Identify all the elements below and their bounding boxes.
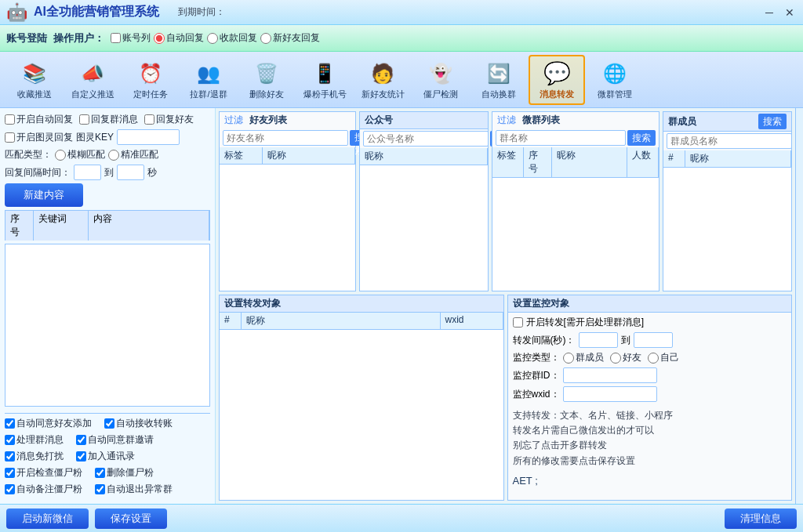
forward-target-panel: 设置转发对象 # 昵称 wxid — [219, 295, 504, 501]
group-manage-button[interactable]: 👥 拉群/退群 — [180, 55, 237, 105]
clear-info-button[interactable]: 清理信息 — [725, 508, 797, 529]
collect-push-button[interactable]: 📚 收藏推送 — [6, 55, 63, 105]
zombie-detect-button[interactable]: 👻 僵尸检测 — [412, 55, 469, 105]
main-content: 开启自动回复 回复群消息 回复好友 开启图灵回复 图灵KEY 匹配类型： — [0, 108, 803, 504]
check-zombie-checkbox[interactable] — [5, 468, 15, 478]
forward-interval-from-input[interactable] — [579, 332, 618, 348]
handle-group-msg-checkbox[interactable] — [5, 435, 15, 445]
microgroup-search-input[interactable] — [496, 130, 626, 146]
group-manage-label: 拉群/退群 — [190, 89, 227, 100]
friend-filter-link[interactable]: 过滤 — [224, 114, 243, 127]
close-button[interactable]: ✕ — [783, 5, 797, 20]
toolbar: 📚 收藏推送 📣 自定义推送 ⏰ 定时任务 👥 拉群/退群 🗑️ 删除好友 📱 … — [0, 52, 803, 108]
ft-wxid-header: wxid — [441, 313, 503, 329]
microgroup-filter-link[interactable]: 过滤 — [497, 114, 516, 127]
message-forward-label: 消息转发 — [540, 89, 574, 100]
member-search-button[interactable]: 搜索 — [758, 114, 787, 129]
auto-note-zombie-checkbox[interactable] — [5, 484, 15, 494]
auto-reply-label: 自动回复 — [166, 31, 204, 45]
phone-fan-button[interactable]: 📱 爆粉手机号 — [296, 55, 353, 105]
zombie-icon: 👻 — [427, 60, 455, 88]
monitor-type-friend-radio[interactable] — [610, 353, 621, 364]
forward-monitor-header: 设置监控对象 — [508, 295, 792, 313]
minimize-button[interactable]: ─ — [762, 5, 776, 20]
no-disturb-checkbox[interactable] — [5, 451, 15, 461]
start-wechat-button[interactable]: 启动新微信 — [6, 508, 89, 529]
auto-quit-abnormal-checkbox[interactable] — [95, 484, 105, 494]
tuling-checkbox[interactable] — [5, 132, 15, 143]
reply-friend-checkbox[interactable] — [144, 114, 154, 125]
microgroup-search-button[interactable]: 搜索 — [627, 130, 656, 146]
member-nickname-header: 昵称 — [685, 150, 791, 167]
friend-search-input[interactable] — [223, 130, 348, 146]
enable-forward-checkbox[interactable] — [513, 317, 523, 328]
account-checkbox[interactable] — [111, 33, 121, 43]
main-scrollbar[interactable] — [795, 108, 803, 504]
save-settings-button[interactable]: 保存设置 — [95, 508, 167, 529]
monitor-wxid-input[interactable] — [563, 386, 657, 402]
monitor-wxid-row: 监控wxid： — [513, 386, 787, 402]
interval-from-input[interactable] — [74, 165, 101, 180]
monitor-form: 开启转发[需开启处理群消息] 转发间隔(秒)： 到 监控类型： 群 — [508, 313, 792, 405]
monitor-type-group-label: 群成员 — [576, 351, 604, 364]
interval-row: 回复间隔时间： 到 秒 — [5, 165, 210, 180]
fuzzy-match-radio[interactable] — [55, 150, 66, 161]
no-disturb-label: 消息免打扰 — [16, 450, 64, 463]
monitor-type-self-radio[interactable] — [648, 353, 659, 364]
auto-receive-transfer-checkbox[interactable] — [104, 418, 114, 429]
member-search-input[interactable] — [667, 133, 792, 149]
ft-hash-header: # — [220, 313, 242, 329]
auto-accept-friend-checkbox[interactable] — [5, 418, 15, 429]
public-account-panel: 公众号 搜索 昵称 — [359, 111, 489, 291]
monitor-group-row: 监控群ID： — [513, 367, 787, 383]
collect-push-label: 收藏推送 — [17, 89, 52, 100]
member-list-body[interactable] — [663, 168, 791, 291]
forward-target-header: 设置转发对象 — [220, 295, 503, 313]
interval-to-label: 到 — [104, 166, 114, 179]
public-list-body[interactable] — [360, 165, 488, 291]
new-content-button[interactable]: 新建内容 — [5, 183, 83, 207]
left-panel: 开启自动回复 回复群消息 回复好友 开启图灵回复 图灵KEY 匹配类型： — [0, 108, 216, 504]
member-hash-header: # — [663, 150, 685, 167]
auto-accept-invite-checkbox[interactable] — [76, 435, 86, 445]
reply-friend-label: 回复好友 — [156, 113, 194, 126]
auto-reply-radio[interactable] — [154, 33, 165, 44]
forward-interval-to-input[interactable] — [634, 332, 673, 348]
account-login-label: 账号登陆 — [6, 31, 47, 45]
friend-list-body[interactable] — [220, 165, 355, 291]
micro-group-label: 微群管理 — [598, 89, 632, 100]
custom-push-button[interactable]: 📣 自定义推送 — [64, 55, 121, 105]
microgroup-list-body[interactable] — [492, 178, 659, 291]
auto-group-button[interactable]: 🔄 自动换群 — [471, 55, 527, 105]
enable-forward-label: 开启转发[需开启处理群消息] — [526, 316, 645, 329]
monitor-group-id-input[interactable] — [563, 367, 657, 383]
public-search-input[interactable] — [363, 131, 489, 147]
schedule-task-button[interactable]: ⏰ 定时任务 — [122, 55, 179, 105]
precise-match-radio[interactable] — [108, 150, 119, 161]
interval-to-input[interactable] — [117, 165, 144, 180]
monitor-type-group-radio[interactable] — [563, 353, 574, 364]
auto-reply-checkbox[interactable] — [5, 114, 15, 125]
delete-zombie-label: 删除僵尸粉 — [107, 466, 154, 480]
monitor-group-id-label: 监控群ID： — [513, 369, 560, 382]
info-line-4: 所有的修改需要点击保存设置 — [513, 454, 787, 469]
group-icon: 👥 — [194, 60, 223, 88]
reply-group-checkbox[interactable] — [79, 114, 89, 125]
forward-target-body[interactable] — [220, 330, 503, 500]
micro-group-icon: 🌐 — [601, 60, 629, 88]
reply-group-label: 回复群消息 — [91, 113, 138, 126]
public-account-header: 公众号 — [360, 112, 488, 129]
add-contacts-checkbox[interactable] — [76, 451, 86, 461]
message-forward-button[interactable]: 💬 消息转发 — [529, 55, 585, 105]
delete-friend-button[interactable]: 🗑️ 删除好友 — [238, 55, 295, 105]
micro-group-button[interactable]: 🌐 微群管理 — [587, 55, 643, 105]
tuling-key-input[interactable] — [117, 129, 180, 145]
ft-nickname-header: 昵称 — [242, 313, 441, 329]
keyword-header: 关键词 — [34, 211, 89, 241]
collect-reply-label: 收款回复 — [220, 31, 257, 45]
content-table-body — [5, 244, 210, 407]
collect-reply-radio[interactable] — [207, 33, 218, 44]
new-friend-reply-radio[interactable] — [260, 33, 271, 44]
delete-zombie-checkbox[interactable] — [95, 468, 105, 478]
new-friend-stat-button[interactable]: 🧑 新好友统计 — [354, 55, 411, 105]
